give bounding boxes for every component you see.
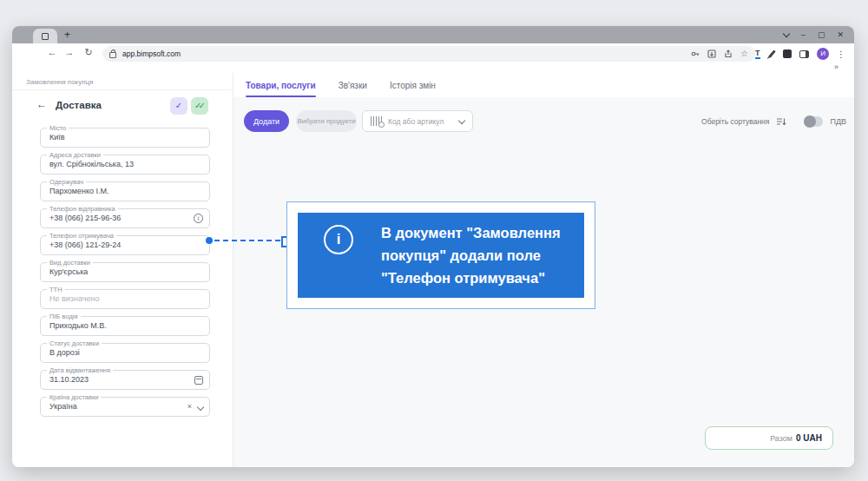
field-value: Приходько М.В. bbox=[49, 317, 107, 335]
field-value: Київ bbox=[49, 128, 65, 147]
field-icons: × bbox=[187, 398, 203, 416]
maximize-button[interactable]: ▢ bbox=[818, 30, 825, 39]
field-icons bbox=[194, 371, 203, 389]
extensions-cluster: T И ⋮ bbox=[755, 46, 845, 62]
window-menu-chevron-icon[interactable] bbox=[783, 30, 790, 37]
bookmarks-overflow-icon[interactable]: » bbox=[834, 63, 838, 71]
tab-favicon-icon bbox=[42, 33, 49, 40]
password-key-icon[interactable] bbox=[691, 49, 700, 58]
share-icon[interactable] bbox=[724, 49, 733, 58]
sidebar-title: Доставка bbox=[56, 100, 102, 110]
field-ship-date[interactable]: Дата відвантаження31.10.2023 bbox=[40, 370, 210, 390]
tab-history[interactable]: Історія змін bbox=[390, 73, 436, 97]
field-status[interactable]: Статус доставкиВ дорозі bbox=[40, 343, 210, 363]
reload-icon[interactable]: ↻ bbox=[82, 47, 95, 58]
total-box: Разом 0 UAH bbox=[705, 426, 833, 450]
field-ttn[interactable]: ТТННе визначено bbox=[40, 289, 210, 309]
connector-dashed-line bbox=[214, 240, 280, 241]
connector-dot bbox=[206, 237, 213, 244]
field-delivery-type[interactable]: Вид доставкиКур'єрська bbox=[40, 262, 210, 282]
tab-strip: + – ▢ ✕ bbox=[12, 26, 854, 43]
double-check-button[interactable]: ✓✓ bbox=[191, 97, 208, 115]
browser-window: + – ▢ ✕ ← → ↻ app.bimpsoft.com ☆ T bbox=[12, 26, 854, 467]
field-icons: i bbox=[194, 209, 203, 227]
sort-label[interactable]: Оберіть сортування bbox=[701, 117, 769, 126]
window-controls: – ▢ ✕ bbox=[784, 26, 844, 43]
vat-label: ПДВ bbox=[830, 117, 846, 126]
check-button[interactable]: ✓ bbox=[170, 97, 187, 115]
callout-line: В документ "Замовлення bbox=[381, 221, 561, 244]
callout-line: покупця" додали поле bbox=[381, 244, 561, 267]
sort-icon[interactable] bbox=[776, 116, 786, 127]
back-icon[interactable]: ← bbox=[45, 47, 59, 57]
breadcrumb: Замовлення покупця bbox=[26, 78, 93, 86]
field-sender-phone[interactable]: Телефон відправника+38 (066) 215-96-36i bbox=[40, 208, 210, 228]
callout-line: "Телефон отримувача" bbox=[381, 267, 561, 289]
field-receiver-phone[interactable]: Телефон отримувача+38 (066) 121-29-24 bbox=[40, 235, 210, 255]
install-app-icon[interactable] bbox=[707, 49, 716, 58]
tab-relations[interactable]: Зв'язки bbox=[339, 73, 367, 97]
minimize-button[interactable]: – bbox=[801, 30, 806, 39]
dark-extension-icon[interactable] bbox=[783, 49, 792, 58]
field-value: В дорозі bbox=[49, 344, 80, 362]
back-arrow-icon[interactable]: ← bbox=[36, 98, 47, 110]
sort-and-vat-area: Оберіть сортування ПДВ bbox=[701, 110, 846, 132]
browser-toolbar: ← → ↻ app.bimpsoft.com ☆ T И ⋮ bbox=[12, 43, 854, 64]
info-icon: i bbox=[324, 225, 353, 254]
delivery-sidebar: Замовлення покупця ← Доставка ✓ ✓✓ Місто… bbox=[12, 73, 233, 467]
field-city[interactable]: МістоКиїв bbox=[40, 128, 210, 148]
field-value: +38 (066) 215-96-36 bbox=[49, 209, 121, 227]
select-products-button[interactable]: Вибрати продукти bbox=[296, 110, 357, 132]
close-button[interactable]: ✕ bbox=[837, 30, 844, 39]
sidebar-divider bbox=[12, 89, 233, 90]
search-placeholder: Код або артикул bbox=[388, 117, 454, 126]
new-tab-button[interactable]: + bbox=[64, 27, 70, 43]
product-search-select[interactable]: Код або артикул bbox=[362, 110, 473, 132]
total-value: 0 UAH bbox=[796, 433, 822, 443]
address-bar[interactable]: app.bimpsoft.com ☆ bbox=[102, 46, 755, 62]
calendar-icon[interactable] bbox=[194, 376, 203, 385]
side-panel-icon[interactable] bbox=[799, 50, 809, 58]
chevron-down-icon bbox=[458, 116, 465, 123]
chrome-menu-icon[interactable]: ⋮ bbox=[837, 49, 845, 59]
profile-avatar[interactable]: И bbox=[817, 48, 829, 60]
field-value: Пархоменко І.М. bbox=[49, 182, 109, 201]
field-driver[interactable]: ПІБ водіяПриходько М.В. bbox=[40, 316, 210, 336]
field-value: вул. Срібнокільська, 13 bbox=[49, 155, 134, 174]
field-value: +38 (066) 121-29-24 bbox=[49, 236, 121, 254]
url-text: app.bimpsoft.com bbox=[122, 49, 181, 58]
chevron-down-icon[interactable] bbox=[197, 403, 204, 410]
field-value: 31.10.2023 bbox=[49, 371, 89, 389]
lock-icon bbox=[109, 52, 116, 58]
browser-tab[interactable] bbox=[33, 29, 57, 43]
main-tabs: Товари, послугиЗв'язкиІсторія змін bbox=[233, 73, 854, 98]
info-callout: i В документ "Замовленняпокупця" додали … bbox=[286, 201, 595, 309]
field-address[interactable]: Адреса доставкивул. Срібнокільська, 13 bbox=[40, 155, 210, 175]
callout-text: В документ "Замовленняпокупця" додали по… bbox=[381, 221, 561, 289]
clear-icon[interactable]: × bbox=[187, 403, 192, 411]
bookmark-star-icon[interactable]: ☆ bbox=[740, 49, 748, 58]
total-label: Разом bbox=[770, 434, 792, 443]
field-receiver[interactable]: ОдержувачПархоменко І.М. bbox=[40, 181, 210, 201]
add-button[interactable]: Додати bbox=[244, 110, 289, 132]
barcode-scan-icon bbox=[371, 116, 383, 126]
pen-extension-icon[interactable] bbox=[768, 49, 775, 57]
field-value: Україна bbox=[49, 398, 77, 416]
forward-icon[interactable]: → bbox=[62, 47, 76, 57]
info-callout-banner: i В документ "Замовленняпокупця" додали … bbox=[298, 213, 584, 298]
vat-toggle[interactable] bbox=[804, 116, 823, 127]
sidebar-fields: МістоКиївАдреса доставкивул. Срібнокільс… bbox=[40, 128, 210, 417]
translate-extension-icon[interactable]: T bbox=[755, 49, 760, 59]
field-value: Не визначено bbox=[49, 290, 99, 308]
field-value: Кур'єрська bbox=[49, 263, 88, 281]
info-icon[interactable]: i bbox=[194, 214, 203, 223]
tab-products[interactable]: Товари, послуги bbox=[246, 73, 316, 97]
field-country[interactable]: Країна доставкиУкраїна× bbox=[40, 397, 210, 417]
